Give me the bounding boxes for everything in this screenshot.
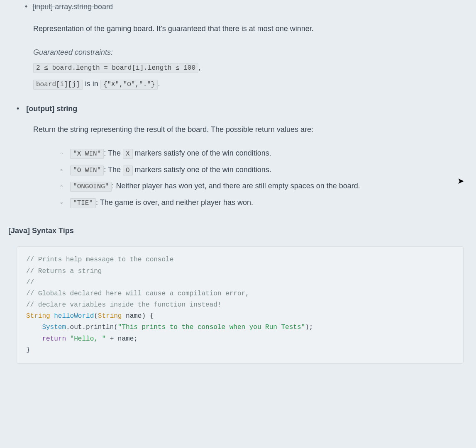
code-comment: //: [26, 279, 34, 286]
code-indent: [26, 335, 42, 343]
syntax-tips-heading: [Java] Syntax Tips: [8, 225, 468, 237]
constraint-1-suffix: ,: [198, 63, 200, 71]
return-rest: markers satisfy one of the win condition…: [133, 149, 271, 157]
code-rest: name) {: [122, 312, 154, 320]
output-description: Return the string representing the resul…: [33, 124, 468, 136]
constraint-row-2: board[i][j] is in {"X","O","."}.: [33, 78, 468, 90]
return-inline-code: O: [123, 166, 133, 175]
code-brace: }: [26, 346, 30, 354]
code-string: "This prints to the console when you Run…: [118, 324, 305, 331]
code-end: );: [305, 324, 313, 331]
list-item: "X WIN": The X markers satisfy one of th…: [60, 147, 468, 160]
output-heading-row: [output] string: [17, 103, 468, 115]
return-code: "X WIN": [70, 149, 104, 159]
return-sep: : The: [104, 166, 123, 174]
code-method: helloWorld: [50, 312, 94, 320]
code-comment: // Returns a string: [26, 268, 102, 275]
output-values-list: "X WIN": The X markers satisfy one of th…: [60, 147, 468, 209]
return-code: "ONGOING": [70, 182, 112, 192]
code-block: // Prints help message to the console //…: [17, 246, 464, 364]
code-space: [66, 335, 70, 343]
list-item: "TIE": The game is over, and neither pla…: [60, 197, 468, 209]
list-item: "ONGOING": Neither player has won yet, a…: [60, 180, 468, 192]
code-type: String: [26, 312, 50, 320]
code-comment: // declare variables inside the function…: [26, 301, 221, 309]
code-class: System: [42, 324, 66, 331]
cursor-icon: ➤: [457, 174, 464, 187]
list-item: "O WIN": The O markers satisfy one of th…: [60, 164, 468, 176]
return-code: "O WIN": [70, 166, 104, 175]
constraint-2-code-b: {"X","O","."}: [100, 80, 158, 90]
constraints-label: Guaranteed constraints:: [33, 46, 468, 58]
code-string: "Hello, ": [70, 335, 106, 343]
return-sep: : The game is over, and neither player h…: [96, 198, 253, 207]
code-keyword: return: [42, 335, 66, 343]
constraint-2-mid: is in: [83, 80, 100, 88]
code-indent: [26, 324, 42, 331]
return-code: "TIE": [70, 198, 96, 208]
code-rest: + name;: [106, 335, 138, 343]
constraint-2-code-a: board[i][j]: [33, 80, 83, 90]
constraint-2-suffix: .: [158, 80, 160, 88]
return-sep: : Neither player has won yet, and there …: [112, 182, 360, 190]
input-description: Representation of the gaming board. It's…: [33, 23, 468, 35]
code-comment: // Globals declared here will cause a co…: [26, 290, 249, 297]
code-comment: // Prints help message to the console: [26, 256, 173, 263]
header-strikethrough: [input] array.string board: [25, 0, 113, 13]
output-heading: [output] string: [26, 105, 77, 113]
code-type: String: [98, 312, 122, 320]
return-inline-code: X: [123, 149, 133, 159]
return-rest: markers satisfy one of the win condition…: [133, 166, 271, 174]
code-punct: (: [94, 312, 98, 320]
input-section: Representation of the gaming board. It's…: [33, 23, 468, 90]
code-mid: .out.println(: [66, 324, 118, 331]
constraint-row-1: 2 ≤ board.length = board[i].length ≤ 100…: [33, 61, 468, 74]
return-sep: : The: [104, 149, 123, 157]
constraint-1-code: 2 ≤ board.length = board[i].length ≤ 100: [33, 63, 198, 73]
